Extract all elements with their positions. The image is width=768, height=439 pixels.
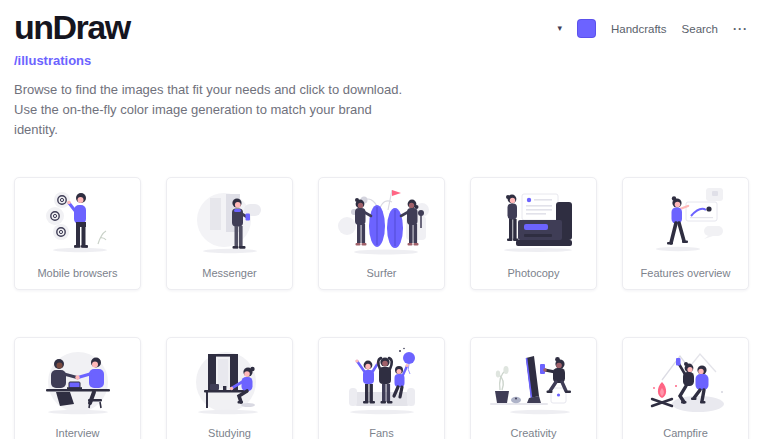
- color-swatch[interactable]: [577, 19, 596, 38]
- header-controls: ▾ Handcrafts Search ···: [557, 19, 748, 38]
- card-label: Campfire: [663, 427, 708, 439]
- mobile-browsers-illustration-icon: [26, 186, 130, 262]
- card-label: Creativity: [511, 427, 557, 439]
- card-label: Fans: [369, 427, 393, 439]
- messenger-illustration-icon: [178, 186, 282, 262]
- card-label: Surfer: [367, 267, 397, 279]
- logo[interactable]: unDraw: [14, 6, 130, 48]
- card-label: Interview: [55, 427, 99, 439]
- header: unDraw ▾ Handcrafts Search ···: [0, 0, 768, 48]
- card-label: Studying: [208, 427, 251, 439]
- card-features-overview[interactable]: Features overview: [622, 177, 749, 290]
- card-campfire[interactable]: Campfire: [622, 337, 749, 439]
- card-label: Photocopy: [508, 267, 560, 279]
- card-label: Mobile browsers: [37, 267, 117, 279]
- card-surfer[interactable]: Surfer: [318, 177, 445, 290]
- card-creativity[interactable]: Creativity: [470, 337, 597, 439]
- page-description: Browse to find the images that fit your …: [14, 80, 408, 140]
- breadcrumb[interactable]: /illustrations: [14, 53, 754, 68]
- card-interview[interactable]: Interview: [14, 337, 141, 439]
- creativity-illustration-icon: [482, 346, 586, 422]
- card-label: Features overview: [641, 267, 731, 279]
- card-fans[interactable]: Fans: [318, 337, 445, 439]
- card-messenger[interactable]: Messenger: [166, 177, 293, 290]
- illustration-grid: Mobile browsers Messenger: [0, 177, 768, 439]
- ellipsis-menu-icon[interactable]: ···: [733, 23, 748, 35]
- campfire-illustration-icon: [634, 346, 738, 422]
- card-label: Messenger: [202, 267, 256, 279]
- photocopy-illustration-icon: [482, 186, 586, 262]
- card-mobile-browsers[interactable]: Mobile browsers: [14, 177, 141, 290]
- fans-illustration-icon: [330, 346, 434, 422]
- interview-illustration-icon: [26, 346, 130, 422]
- chevron-down-icon[interactable]: ▾: [557, 24, 562, 33]
- nav-search[interactable]: Search: [682, 23, 718, 35]
- surfer-illustration-icon: [330, 186, 434, 262]
- card-photocopy[interactable]: Photocopy: [470, 177, 597, 290]
- card-studying[interactable]: Studying: [166, 337, 293, 439]
- studying-illustration-icon: [178, 346, 282, 422]
- nav-handcrafts[interactable]: Handcrafts: [611, 23, 667, 35]
- features-overview-illustration-icon: [634, 186, 738, 262]
